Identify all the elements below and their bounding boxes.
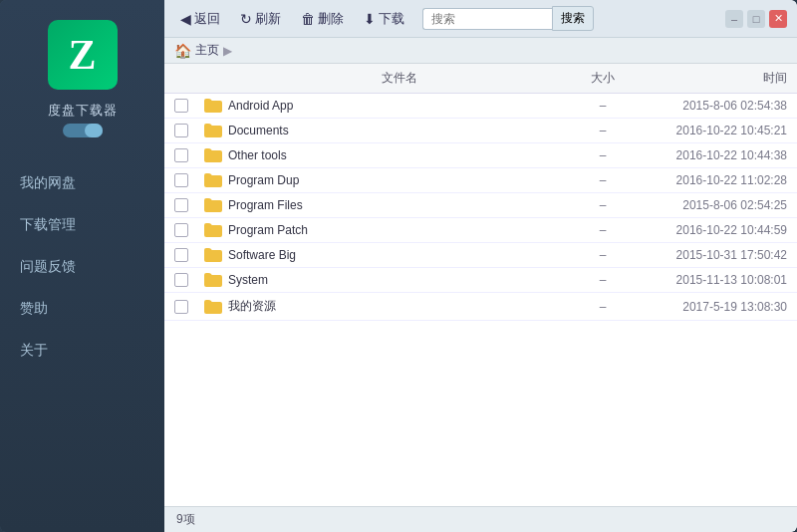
search-input[interactable]: [422, 8, 552, 30]
row-checkbox-wrap: [174, 99, 204, 113]
file-name: Program Files: [228, 198, 573, 212]
file-name: Program Dup: [228, 173, 573, 187]
sidebar-item-feedback[interactable]: 问题反馈: [0, 246, 164, 288]
file-checkbox[interactable]: [174, 300, 188, 314]
file-size: –: [573, 223, 633, 237]
folder-icon: [204, 273, 222, 287]
folder-icon: [204, 198, 222, 212]
home-icon[interactable]: 🏠: [174, 43, 191, 59]
file-size: –: [573, 300, 633, 314]
table-row[interactable]: 我的资源 – 2017-5-19 13:08:30: [164, 293, 797, 321]
table-row[interactable]: Software Big – 2015-10-31 17:50:42: [164, 243, 797, 268]
file-name: Software Big: [228, 248, 573, 262]
file-time: 2016-10-22 10:44:38: [633, 148, 787, 162]
table-row[interactable]: Program Patch – 2016-10-22 10:44:59: [164, 218, 797, 243]
item-count: 9项: [176, 512, 195, 526]
toolbar: ◀ 返回 ↻ 刷新 🗑 删除 ⬇ 下载 搜索 – □ ✕: [164, 0, 797, 38]
file-checkbox[interactable]: [174, 99, 188, 113]
file-checkbox[interactable]: [174, 124, 188, 137]
file-name: Documents: [228, 124, 573, 137]
refresh-icon: ↻: [240, 11, 252, 27]
refresh-button[interactable]: ↻ 刷新: [232, 7, 289, 31]
file-time: 2016-10-22 10:44:59: [633, 223, 787, 237]
close-button[interactable]: ✕: [769, 10, 787, 28]
app-name: 度盘下载器: [48, 102, 118, 120]
row-checkbox-wrap: [174, 173, 204, 187]
file-time: 2015-10-31 17:50:42: [633, 248, 787, 262]
sidebar-item-about[interactable]: 关于: [0, 330, 164, 372]
delete-button[interactable]: 🗑 删除: [293, 7, 352, 31]
file-checkbox[interactable]: [174, 223, 188, 237]
download-button[interactable]: ⬇ 下载: [356, 7, 412, 31]
app-container: Z 度盘下载器 我的网盘 下载管理 问题反馈 赞助 关于 ◀ 返回 ↻ 刷新 �: [0, 0, 797, 532]
sidebar-item-my-cloud[interactable]: 我的网盘: [0, 162, 164, 204]
file-size: –: [573, 198, 633, 212]
file-checkbox[interactable]: [174, 248, 188, 262]
search-button[interactable]: 搜索: [552, 6, 594, 31]
sidebar: Z 度盘下载器 我的网盘 下载管理 问题反馈 赞助 关于: [0, 0, 164, 532]
back-icon: ◀: [180, 11, 191, 27]
row-checkbox-wrap: [174, 248, 204, 262]
folder-icon: [204, 148, 222, 162]
file-size: –: [573, 148, 633, 162]
download-icon: ⬇: [364, 11, 376, 27]
file-name: System: [228, 273, 573, 287]
folder-icon: [204, 248, 222, 262]
file-name: Other tools: [228, 148, 573, 162]
breadcrumb-sep: ▶: [223, 44, 232, 58]
file-checkbox[interactable]: [174, 198, 188, 212]
back-label: 返回: [194, 10, 220, 28]
file-name: 我的资源: [228, 298, 573, 315]
file-size: –: [573, 173, 633, 187]
download-label: 下载: [379, 10, 404, 28]
file-time: 2015-8-06 02:54:25: [633, 198, 787, 212]
logo-area: Z 度盘下载器: [0, 0, 164, 152]
maximize-button[interactable]: □: [747, 10, 765, 28]
minimize-button[interactable]: –: [725, 10, 743, 28]
header-time: 时间: [633, 70, 787, 87]
sidebar-toggle[interactable]: [63, 124, 103, 137]
logo-icon: Z: [48, 20, 118, 90]
file-size: –: [573, 273, 633, 287]
row-checkbox-wrap: [174, 223, 204, 237]
file-time: 2015-8-06 02:54:38: [633, 99, 787, 113]
status-bar: 9项: [164, 506, 797, 532]
delete-icon: 🗑: [301, 11, 315, 27]
header-size: 大小: [573, 70, 633, 87]
sidebar-nav: 我的网盘 下载管理 问题反馈 赞助 关于: [0, 162, 164, 372]
file-rows: Android App – 2015-8-06 02:54:38 Documen…: [164, 94, 797, 321]
breadcrumb-home[interactable]: 主页: [195, 42, 219, 59]
back-button[interactable]: ◀ 返回: [172, 7, 228, 31]
folder-icon: [204, 99, 222, 113]
table-row[interactable]: Other tools – 2016-10-22 10:44:38: [164, 143, 797, 168]
table-row[interactable]: Program Dup – 2016-10-22 11:02:28: [164, 168, 797, 193]
table-row[interactable]: Documents – 2016-10-22 10:45:21: [164, 119, 797, 143]
row-checkbox-wrap: [174, 198, 204, 212]
file-name: Android App: [228, 99, 573, 113]
row-checkbox-wrap: [174, 124, 204, 137]
table-row[interactable]: Android App – 2015-8-06 02:54:38: [164, 94, 797, 119]
file-time: 2015-11-13 10:08:01: [633, 273, 787, 287]
file-time: 2017-5-19 13:08:30: [633, 300, 787, 314]
file-time: 2016-10-22 10:45:21: [633, 124, 787, 137]
table-row[interactable]: Program Files – 2015-8-06 02:54:25: [164, 193, 797, 218]
file-time: 2016-10-22 11:02:28: [633, 173, 787, 187]
row-checkbox-wrap: [174, 148, 204, 162]
file-list-header: 文件名 大小 时间: [164, 64, 797, 94]
file-checkbox[interactable]: [174, 148, 188, 162]
file-size: –: [573, 99, 633, 113]
folder-icon: [204, 223, 222, 237]
table-row[interactable]: System – 2015-11-13 10:08:01: [164, 268, 797, 293]
sidebar-item-download-mgr[interactable]: 下载管理: [0, 204, 164, 246]
folder-icon: [204, 300, 222, 314]
folder-icon: [204, 173, 222, 187]
file-size: –: [573, 248, 633, 262]
sidebar-item-sponsor[interactable]: 赞助: [0, 288, 164, 330]
delete-label: 删除: [318, 10, 344, 28]
file-list-container[interactable]: 文件名 大小 时间 Android App – 2015-8-06 02:54:…: [164, 64, 797, 506]
row-checkbox-wrap: [174, 300, 204, 314]
file-checkbox[interactable]: [174, 173, 188, 187]
row-checkbox-wrap: [174, 273, 204, 287]
file-checkbox[interactable]: [174, 273, 188, 287]
header-name: 文件名: [226, 70, 573, 87]
